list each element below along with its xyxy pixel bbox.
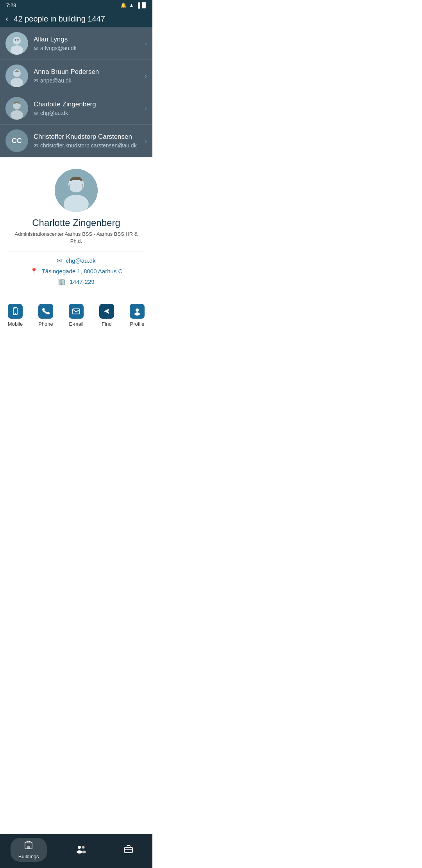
svg-point-1 bbox=[13, 37, 21, 45]
signal-icon: ▐ bbox=[136, 2, 140, 8]
contact-email-row: ✉ anpe@au.dk bbox=[34, 77, 139, 84]
mobile-icon bbox=[8, 304, 23, 319]
contact-email-row: ✉ chg@au.dk bbox=[34, 110, 139, 116]
contact-email-row: ✉ christoffer.knudstorp.carstensen@au.dk bbox=[34, 142, 139, 149]
profile-label: Profile bbox=[130, 321, 145, 327]
action-bar: Mobile Phone E-mail Find bbox=[0, 299, 152, 330]
email-icon: ✉ bbox=[34, 45, 38, 51]
status-bar: 7:28 🔔 ▲ ▐ ▉ bbox=[0, 0, 152, 11]
contact-email-row: ✉ a.lyngs@au.dk bbox=[34, 45, 139, 51]
avatar bbox=[5, 32, 28, 55]
profile-icon bbox=[130, 304, 145, 319]
avatar bbox=[5, 65, 28, 87]
arrow-right-icon: › bbox=[145, 72, 147, 80]
contact-email: christoffer.knudstorp.carstensen@au.dk bbox=[40, 142, 137, 149]
divider bbox=[8, 251, 145, 251]
action-email[interactable]: E-mail bbox=[63, 304, 90, 327]
contact-email: anpe@au.dk bbox=[40, 77, 72, 84]
arrow-right-icon: › bbox=[145, 137, 147, 145]
contact-email: a.lyngs@au.dk bbox=[40, 45, 77, 51]
detail-address-row[interactable]: 📍 Tåsingegade 1, 8000 Aarhus C bbox=[30, 267, 123, 275]
action-mobile[interactable]: Mobile bbox=[2, 304, 29, 327]
contact-name: Anna Bruun Pedersen bbox=[34, 68, 139, 76]
email-icon: ✉ bbox=[34, 78, 38, 84]
detail-contacts: ✉ chg@au.dk 📍 Tåsingegade 1, 8000 Aarhus… bbox=[8, 257, 145, 285]
header: ‹ 42 people in building 1447 bbox=[0, 11, 152, 27]
detail-department: Administrationscenter Aarhus BSS - Aarhu… bbox=[8, 231, 145, 245]
svg-point-20 bbox=[134, 312, 140, 316]
svg-point-3 bbox=[15, 39, 16, 41]
detail-name: Charlotte Zingenberg bbox=[32, 217, 120, 228]
status-icons: 🔔 ▲ ▐ ▉ bbox=[120, 2, 146, 8]
detail-room: 1447-229 bbox=[70, 278, 94, 285]
email-icon: ✉ bbox=[34, 143, 38, 149]
avatar-initials: CC bbox=[5, 129, 28, 152]
email-action-icon bbox=[69, 304, 84, 319]
list-item[interactable]: CC Christoffer Knudstorp Carstensen ✉ ch… bbox=[0, 125, 152, 157]
status-time: 7:28 bbox=[6, 2, 16, 8]
back-button[interactable]: ‹ bbox=[5, 15, 8, 23]
contact-name: Allan Lyngs bbox=[34, 36, 139, 43]
contact-info: Anna Bruun Pedersen ✉ anpe@au.dk bbox=[34, 68, 139, 84]
contact-list: Allan Lyngs ✉ a.lyngs@au.dk › Anna Bruun… bbox=[0, 27, 152, 157]
detail-email-row[interactable]: ✉ chg@au.dk bbox=[57, 257, 95, 264]
phone-label: Phone bbox=[38, 321, 53, 327]
find-icon bbox=[99, 304, 114, 319]
contact-email: chg@au.dk bbox=[40, 110, 68, 116]
email-icon: ✉ bbox=[34, 110, 38, 116]
location-icon: 📍 bbox=[30, 267, 38, 275]
avatar bbox=[5, 97, 28, 120]
list-item[interactable]: Anna Bruun Pedersen ✉ anpe@au.dk › bbox=[0, 60, 152, 92]
building-icon: 🏢 bbox=[58, 278, 66, 285]
contact-name: Christoffer Knudstorp Carstensen bbox=[34, 133, 139, 141]
svg-marker-18 bbox=[104, 308, 109, 314]
header-title: 42 people in building 1447 bbox=[14, 14, 105, 23]
arrow-right-icon: › bbox=[145, 104, 147, 113]
email-action-label: E-mail bbox=[69, 321, 84, 327]
action-find[interactable]: Find bbox=[93, 304, 120, 327]
contact-info: Christoffer Knudstorp Carstensen ✉ chris… bbox=[34, 133, 139, 149]
svg-point-4 bbox=[17, 39, 19, 41]
action-profile[interactable]: Profile bbox=[123, 304, 151, 327]
email-icon: ✉ bbox=[57, 257, 62, 264]
svg-point-19 bbox=[136, 308, 139, 312]
svg-rect-17 bbox=[73, 309, 80, 314]
detail-avatar bbox=[55, 169, 98, 212]
svg-point-2 bbox=[11, 45, 23, 55]
list-item[interactable]: Allan Lyngs ✉ a.lyngs@au.dk › bbox=[0, 27, 152, 60]
battery-icon: ▉ bbox=[142, 2, 146, 8]
action-phone[interactable]: Phone bbox=[32, 304, 59, 327]
detail-email: chg@au.dk bbox=[66, 257, 95, 264]
detail-panel: Charlotte Zingenberg Administrationscent… bbox=[0, 157, 152, 296]
list-item[interactable]: Charlotte Zingenberg ✉ chg@au.dk › bbox=[0, 92, 152, 125]
contact-name: Charlotte Zingenberg bbox=[34, 100, 139, 108]
find-label: Find bbox=[102, 321, 111, 327]
nav-spacer bbox=[0, 330, 152, 358]
contact-info: Allan Lyngs ✉ a.lyngs@au.dk bbox=[34, 36, 139, 51]
svg-point-7 bbox=[11, 78, 23, 87]
contact-info: Charlotte Zingenberg ✉ chg@au.dk bbox=[34, 100, 139, 116]
detail-room-row[interactable]: 🏢 1447-229 bbox=[58, 278, 94, 285]
notification-icon: 🔔 bbox=[120, 2, 127, 8]
wifi-icon: ▲ bbox=[129, 2, 134, 8]
svg-point-10 bbox=[11, 110, 23, 120]
mobile-label: Mobile bbox=[8, 321, 23, 327]
arrow-right-icon: › bbox=[145, 39, 147, 48]
detail-address: Tåsingegade 1, 8000 Aarhus C bbox=[42, 268, 123, 274]
phone-icon bbox=[38, 304, 53, 319]
svg-point-15 bbox=[15, 313, 16, 314]
